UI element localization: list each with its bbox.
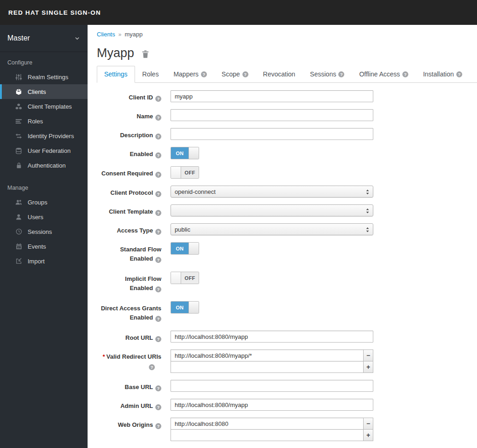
help-icon[interactable]: [155, 115, 161, 121]
app-header: RED HAT SINGLE SIGN-ON: [0, 0, 477, 25]
client-id-input[interactable]: [171, 90, 373, 102]
root-url-input[interactable]: [171, 331, 373, 343]
help-icon[interactable]: [155, 191, 161, 197]
web-origin-input-1[interactable]: [171, 429, 364, 441]
tab-scope[interactable]: Scope: [214, 66, 256, 83]
sidebar: Master Configure Realm Settings Clients …: [0, 25, 88, 448]
sidebar-item-user-federation[interactable]: User Federation: [0, 143, 88, 158]
toggle-handle: [171, 272, 181, 284]
help-icon[interactable]: [155, 404, 161, 410]
app-brand: RED HAT SINGLE SIGN-ON: [0, 9, 101, 16]
tab-roles[interactable]: Roles: [135, 66, 166, 83]
help-icon[interactable]: [155, 96, 161, 102]
sidebar-item-import[interactable]: Import: [0, 254, 88, 268]
help-icon[interactable]: [155, 210, 161, 216]
lock-icon: [15, 162, 23, 169]
tab-offline-access[interactable]: Offline Access: [352, 66, 415, 83]
valid-redirect-uris-label: Valid Redirect URIs: [97, 349, 161, 373]
name-label: Name: [97, 109, 161, 121]
help-icon[interactable]: [155, 257, 161, 263]
access-type-select[interactable]: public: [171, 223, 373, 235]
tab-mappers[interactable]: Mappers: [166, 66, 214, 83]
help-icon[interactable]: [155, 286, 161, 292]
breadcrumb: Clientsmyapp: [97, 31, 477, 38]
help-icon[interactable]: [155, 152, 161, 158]
sliders-icon: [15, 74, 23, 81]
sidebar-item-groups[interactable]: Groups: [0, 195, 88, 209]
sidebar-item-realm-settings[interactable]: Realm Settings: [0, 70, 88, 84]
cube-icon: [15, 88, 23, 95]
help-icon[interactable]: [155, 172, 161, 178]
sidebar-item-clients[interactable]: Clients: [0, 84, 88, 99]
calendar-icon: [15, 243, 23, 250]
help-icon[interactable]: [155, 316, 161, 322]
web-origin-input-0[interactable]: [171, 418, 364, 430]
help-icon[interactable]: [155, 336, 161, 342]
sidebar-item-sessions[interactable]: Sessions: [0, 224, 88, 239]
client-template-select[interactable]: [171, 204, 373, 216]
toggle-handle: [188, 147, 199, 159]
sidebar-item-roles[interactable]: Roles: [0, 114, 88, 128]
help-icon[interactable]: [456, 71, 462, 77]
access-type-label: Access Type: [97, 223, 161, 235]
breadcrumb-separator: [118, 31, 122, 38]
tab-revocation[interactable]: Revocation: [256, 66, 303, 83]
help-icon[interactable]: [155, 229, 161, 235]
breadcrumb-clients-link[interactable]: Clients: [97, 31, 115, 38]
database-icon: [15, 147, 23, 154]
sidebar-item-users[interactable]: Users: [0, 209, 88, 224]
sidebar-item-client-templates[interactable]: Client Templates: [0, 99, 88, 114]
help-icon[interactable]: [201, 71, 207, 77]
add-redirect-uri-button[interactable]: [363, 361, 373, 373]
implicit-flow-toggle[interactable]: OFF: [171, 272, 199, 284]
toggle-handle: [171, 167, 181, 178]
realm-name: Master: [7, 34, 30, 42]
direct-access-grants-label: Direct Access GrantsEnabled: [97, 301, 161, 322]
client-protocol-label: Client Protocol: [97, 186, 161, 198]
clock-icon: [15, 228, 23, 235]
implicit-flow-label: Implicit FlowEnabled: [97, 272, 161, 293]
sidebar-item-events[interactable]: Events: [0, 239, 88, 254]
tab-settings[interactable]: Settings: [97, 66, 135, 83]
standard-flow-label: Standard FlowEnabled: [97, 242, 161, 263]
admin-url-input[interactable]: [171, 399, 373, 411]
remove-redirect-uri-button[interactable]: [363, 349, 373, 361]
user-icon: [15, 214, 23, 221]
select-arrows-icon: [365, 226, 370, 233]
sidebar-item-authentication[interactable]: Authentication: [0, 158, 88, 173]
consent-required-toggle[interactable]: OFF: [171, 166, 199, 179]
toggle-handle: [188, 302, 199, 313]
root-url-label: Root URL: [97, 331, 161, 343]
base-url-input[interactable]: [171, 380, 373, 392]
enabled-toggle[interactable]: ON: [171, 147, 199, 159]
tab-sessions[interactable]: Sessions: [303, 66, 352, 83]
redirect-uri-input-1[interactable]: [171, 361, 364, 373]
breadcrumb-current: myapp: [124, 31, 142, 38]
tab-installation[interactable]: Installation: [416, 66, 470, 83]
help-icon[interactable]: [242, 71, 248, 77]
cubes-icon: [15, 103, 23, 110]
help-icon[interactable]: [155, 385, 161, 391]
direct-access-grants-toggle[interactable]: ON: [171, 301, 199, 314]
required-asterisk: [103, 353, 105, 360]
help-icon[interactable]: [155, 134, 161, 140]
description-input[interactable]: [171, 128, 373, 140]
tab-bar: Settings Roles Mappers Scope Revocation …: [97, 66, 477, 83]
help-icon[interactable]: [402, 71, 408, 77]
standard-flow-toggle[interactable]: ON: [171, 242, 199, 255]
help-icon[interactable]: [155, 423, 161, 429]
trash-icon[interactable]: [141, 50, 150, 58]
client-protocol-select[interactable]: openid-connect: [171, 186, 373, 198]
base-url-label: Base URL: [97, 380, 161, 392]
help-icon[interactable]: [338, 71, 344, 77]
redirect-uri-input-0[interactable]: [171, 349, 364, 361]
exchange-icon: [15, 133, 23, 140]
web-origins-label: Web Origins: [97, 418, 161, 441]
remove-web-origin-button[interactable]: [363, 418, 373, 430]
name-input[interactable]: [171, 109, 373, 121]
sidebar-item-identity-providers[interactable]: Identity Providers: [0, 128, 88, 143]
list-icon: [15, 118, 23, 125]
realm-selector[interactable]: Master: [0, 25, 88, 52]
add-web-origin-button[interactable]: [363, 429, 373, 441]
help-icon[interactable]: [149, 364, 155, 370]
